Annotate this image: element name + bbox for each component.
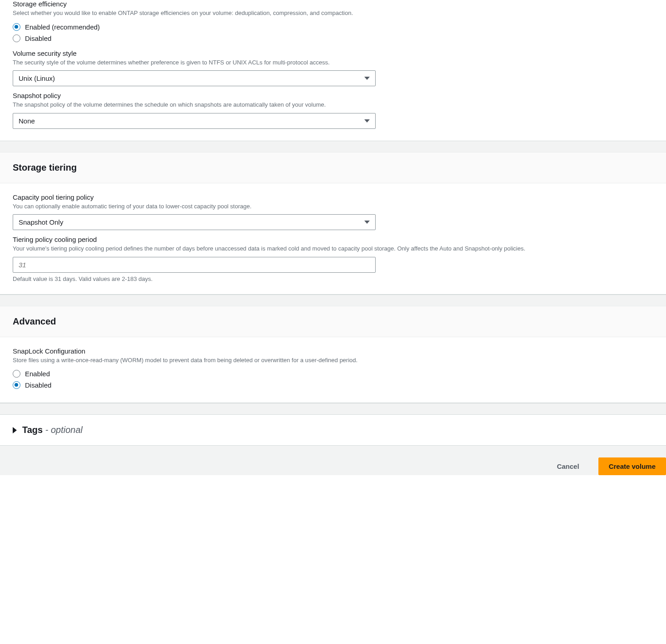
snapshot-policy-value: None [19, 117, 35, 125]
storage-efficiency-disabled-radio[interactable]: Disabled [13, 33, 653, 44]
capacity-pool-desc: You can optionally enable automatic tier… [13, 202, 653, 211]
cooling-period-desc: Your volume's tiering policy cooling per… [13, 244, 653, 253]
snaplock-enabled-radio[interactable]: Enabled [13, 368, 653, 379]
storage-efficiency-enabled-radio[interactable]: Enabled (recommended) [13, 21, 653, 33]
snaplock-disabled-radio[interactable]: Disabled [13, 379, 653, 391]
capacity-pool-label: Capacity pool tiering policy [13, 193, 653, 201]
storage-efficiency-desc: Select whether you would like to enable … [13, 9, 653, 18]
caret-down-icon [364, 221, 370, 224]
caret-down-icon [364, 77, 370, 80]
storage-efficiency-enabled-label: Enabled (recommended) [25, 23, 100, 31]
snapshot-policy-select[interactable]: None [13, 113, 376, 129]
cooling-period-input[interactable] [13, 257, 376, 273]
volume-security-select[interactable]: Unix (Linux) [13, 70, 376, 86]
create-volume-button[interactable]: Create volume [598, 457, 666, 475]
tags-suffix: - optional [43, 425, 83, 435]
snaplock-disabled-label: Disabled [25, 381, 51, 389]
caret-down-icon [364, 119, 370, 123]
snaplock-enabled-label: Enabled [25, 370, 50, 378]
capacity-pool-select[interactable]: Snapshot Only [13, 214, 376, 230]
radio-icon [13, 34, 20, 42]
radio-icon-selected [13, 381, 20, 389]
snaplock-label: SnapLock Configuration [13, 347, 653, 355]
snaplock-desc: Store files using a write-once-read-many… [13, 356, 653, 365]
advanced-title: Advanced [13, 316, 653, 327]
cooling-period-label: Tiering policy cooling period [13, 236, 653, 243]
volume-security-value: Unix (Linux) [19, 74, 55, 82]
capacity-pool-value: Snapshot Only [19, 218, 63, 226]
radio-icon-selected [13, 23, 20, 31]
radio-icon [13, 370, 20, 378]
tags-title: Tags [22, 425, 43, 435]
volume-security-label: Volume security style [13, 49, 653, 57]
storage-efficiency-disabled-label: Disabled [25, 34, 51, 42]
snapshot-policy-desc: The snapshot policy of the volume determ… [13, 100, 653, 109]
triangle-right-icon [13, 427, 17, 433]
tags-expander[interactable]: Tags - optional [0, 414, 666, 446]
cooling-period-hint: Default value is 31 days. Valid values a… [13, 275, 653, 282]
storage-efficiency-label: Storage efficiency [13, 0, 653, 8]
cancel-button[interactable]: Cancel [547, 458, 589, 475]
snapshot-policy-label: Snapshot policy [13, 92, 653, 99]
storage-tiering-title: Storage tiering [13, 162, 653, 173]
volume-security-desc: The security style of the volume determi… [13, 58, 653, 67]
